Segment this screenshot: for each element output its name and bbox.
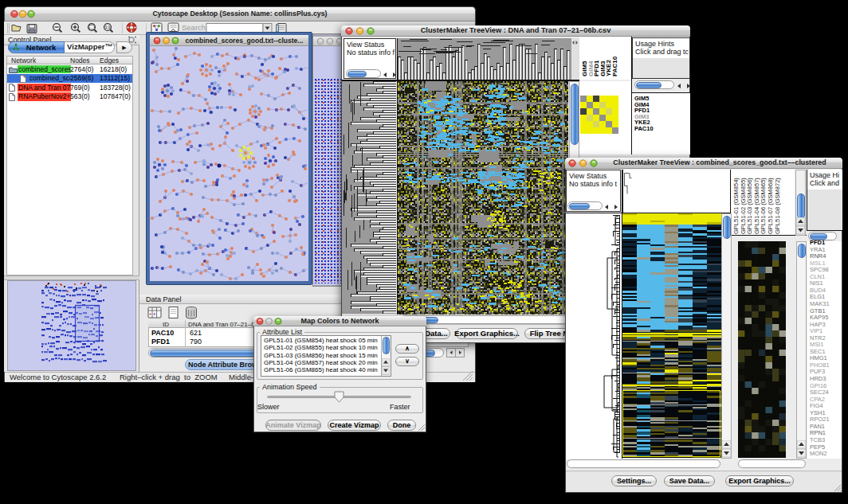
svg-text:Search:: Search: bbox=[182, 23, 208, 32]
svg-text:1:1: 1:1 bbox=[105, 25, 111, 29]
